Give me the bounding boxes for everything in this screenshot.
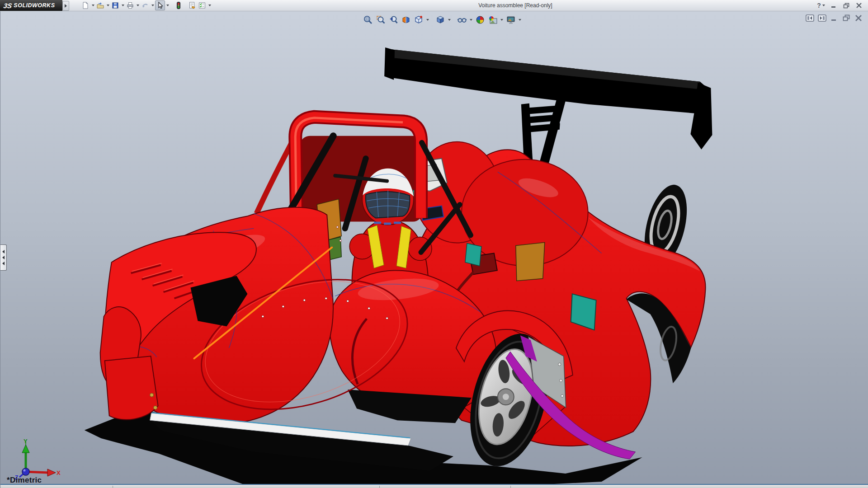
minimize-icon (830, 3, 837, 8)
save-dropdown[interactable] (120, 0, 125, 10)
minimize-button[interactable] (828, 1, 839, 10)
close-icon (856, 3, 862, 8)
select-button[interactable] (155, 0, 165, 10)
zoom-to-fit-button[interactable] (362, 14, 374, 26)
display-style-button[interactable] (434, 14, 446, 26)
solidworks-logo: 3S SOLIDWORKS (0, 0, 62, 11)
edit-appearance-button[interactable] (474, 14, 486, 26)
restore-button[interactable] (841, 1, 852, 10)
toggle-left-pane-button[interactable] (805, 14, 814, 22)
save-floppy-icon (111, 1, 119, 9)
window-title: Voiture assomblee [Read-only] (478, 2, 552, 9)
document-minimize-icon (830, 15, 838, 21)
car-model[interactable] (100, 47, 712, 474)
expand-pane-arrow-icon (2, 256, 5, 259)
new-dropdown[interactable] (90, 0, 95, 10)
triad-y-label: Y (24, 438, 28, 445)
apply-scene-button[interactable] (487, 14, 499, 26)
car-model-canvas[interactable] (0, 11, 868, 488)
zoom-to-area-button[interactable] (375, 14, 387, 26)
select-dropdown[interactable] (165, 0, 170, 10)
previous-view-icon (388, 15, 398, 25)
apply-scene-dropdown[interactable] (500, 14, 504, 26)
document-close-button[interactable] (854, 14, 863, 22)
view-settings-button[interactable] (505, 14, 517, 26)
hide-show-items-icon (457, 15, 467, 25)
headsup-view-toolbar (362, 14, 522, 26)
window-controls: ? (816, 0, 864, 11)
close-button[interactable] (854, 1, 864, 10)
new-document-icon (81, 1, 90, 9)
toggle-left-pane-icon (806, 14, 814, 22)
open-dropdown[interactable] (105, 0, 110, 10)
solidworks-logo-text: SOLIDWORKS (14, 2, 55, 9)
document-restore-button[interactable] (842, 14, 851, 22)
view-orientation-icon (414, 15, 424, 25)
solidworks-window: 3S SOLIDWORKS (0, 0, 868, 488)
view-orientation-label: *Dimetric (7, 476, 42, 485)
hide-show-items-button[interactable] (456, 14, 468, 26)
side-amber-window (516, 243, 545, 281)
print-dropdown[interactable] (135, 0, 140, 10)
hide-show-items-dropdown[interactable] (469, 14, 473, 26)
flyout-arrow-icon (65, 4, 67, 8)
options-dropdown[interactable] (207, 0, 212, 10)
rebuild-button[interactable] (174, 0, 184, 10)
expand-pane-arrow-icon (2, 262, 5, 265)
display-style-dropdown[interactable] (447, 14, 452, 26)
select-cursor-icon (156, 1, 164, 9)
file-properties-icon (188, 1, 196, 9)
toggle-right-pane-button[interactable] (817, 14, 826, 22)
view-orientation-dropdown[interactable] (425, 14, 430, 26)
view-settings-icon (506, 15, 516, 25)
solidworks-logo-mark: 3S (3, 2, 13, 9)
rebuild-trafficlight-icon (175, 1, 183, 9)
featuremanager-collapsed-tab[interactable] (0, 244, 7, 271)
graphics-viewport[interactable]: Y X Z *Dimetric (0, 11, 868, 488)
print-button[interactable] (125, 0, 135, 10)
file-properties-button[interactable] (187, 0, 197, 10)
menu-flyout-button[interactable] (62, 1, 69, 11)
help-button[interactable]: ? (816, 1, 826, 10)
triad-x-label: X (57, 469, 61, 476)
restore-icon (843, 3, 850, 9)
new-button[interactable] (80, 0, 90, 10)
options-button[interactable] (197, 0, 207, 10)
document-window-controls (805, 14, 863, 22)
undo-dropdown[interactable] (150, 0, 155, 10)
undo-icon (141, 1, 149, 9)
toggle-right-pane-icon (818, 14, 826, 22)
status-bar (0, 484, 868, 488)
save-button[interactable] (110, 0, 120, 10)
edit-appearance-icon (475, 15, 485, 25)
help-icon: ? (817, 2, 821, 9)
help-dropdown-icon (822, 5, 825, 6)
apply-scene-icon (488, 15, 498, 25)
document-close-icon (855, 15, 862, 21)
reference-triad: Y X Z (8, 438, 62, 480)
view-settings-dropdown[interactable] (518, 14, 522, 26)
open-folder-icon (96, 1, 104, 9)
previous-view-button[interactable] (387, 14, 399, 26)
standard-toolbar (80, 0, 212, 10)
section-view-icon (401, 15, 411, 25)
print-icon (126, 1, 134, 9)
document-restore-icon (843, 14, 850, 21)
undo-button[interactable] (140, 0, 150, 10)
zoom-to-area-icon (376, 15, 386, 25)
title-bar: 3S SOLIDWORKS (0, 0, 868, 11)
zoom-to-fit-icon (363, 15, 373, 25)
section-view-button[interactable] (400, 14, 412, 26)
document-minimize-button[interactable] (830, 14, 839, 22)
open-button[interactable] (95, 0, 105, 10)
display-style-icon (435, 15, 445, 25)
expand-pane-arrow-icon (2, 250, 5, 253)
options-checklist-icon (198, 1, 206, 9)
view-orientation-button[interactable] (413, 14, 425, 26)
